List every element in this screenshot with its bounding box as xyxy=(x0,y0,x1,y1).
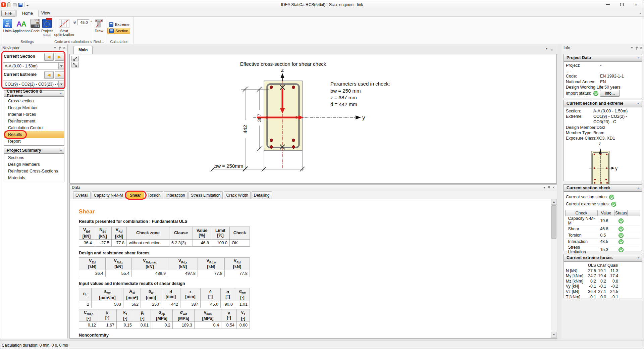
app-logo-icon: T xyxy=(1,2,6,7)
close-icon: × xyxy=(635,2,637,7)
extreme-button[interactable]: Extreme xyxy=(107,21,131,28)
section-check-header[interactable]: Current section check« xyxy=(564,184,642,192)
project-data-header[interactable]: Project Data« xyxy=(564,54,642,61)
nav-item-design-member[interactable]: Design Member xyxy=(4,104,64,111)
result-tab-interaction[interactable]: Interaction xyxy=(164,191,187,199)
forces-value: -19.1 xyxy=(596,268,606,274)
result-tab-shear[interactable]: Shear xyxy=(126,191,144,199)
extreme-calc-icon xyxy=(109,22,113,27)
paste-icon[interactable] xyxy=(7,3,11,7)
toolbar-separator xyxy=(24,2,24,7)
check-ok-icon xyxy=(619,227,624,232)
section-extreme-header[interactable]: Current section and extreme« xyxy=(564,100,642,107)
close-button[interactable]: × xyxy=(629,0,643,9)
project-data-icon xyxy=(42,19,52,28)
nav-group-section-extreme[interactable]: Current Section & Extreme« xyxy=(4,90,64,97)
forces-value: -0.1 xyxy=(606,295,618,300)
current-extreme-select[interactable]: CO1(9) - CO2(2) - CO3(23) - CO xyxy=(3,81,64,88)
pin-icon[interactable] xyxy=(635,46,638,50)
tab-home[interactable]: Home xyxy=(16,10,39,17)
nav-item-design-members[interactable]: Design Members xyxy=(4,161,64,168)
project-data-box: Project:--, -Code:EN 1992-1-1National An… xyxy=(564,61,642,98)
nav-item-sections[interactable]: Sections xyxy=(4,154,64,161)
code-button[interactable]: 1,159025.8 Code xyxy=(30,19,41,33)
nav-item-cross-section[interactable]: Cross-section xyxy=(4,98,64,104)
forces-col-uls: ULS xyxy=(585,263,596,268)
panel-menu-icon[interactable]: ▼ xyxy=(543,186,546,189)
maximize-button[interactable] xyxy=(615,0,629,9)
nav-item-reinforcement[interactable]: Reinforcement xyxy=(4,118,64,124)
theta-angle-input[interactable]: 45.0 xyxy=(77,19,89,25)
collapse-icon[interactable]: « xyxy=(60,92,61,95)
tab-main[interactable]: Main xyxy=(73,46,93,54)
scroll-down-icon[interactable]: ▼ xyxy=(551,332,557,338)
shear-input-table-1: ncasw[mm²/m]Asl[mm²]bw[mm]d[mm]z[mm]θ[°]… xyxy=(79,288,250,308)
collapse-icon[interactable]: « xyxy=(60,149,61,152)
nav-item-materials[interactable]: Materials xyxy=(4,174,64,181)
pin-icon[interactable] xyxy=(58,46,61,50)
extreme-status-label: Current extreme status: xyxy=(566,201,610,208)
minimize-button[interactable] xyxy=(601,0,615,9)
section-check-box: Current section status: Current extreme … xyxy=(564,192,642,251)
extreme-forces-box: ULSCharQuasiN [kN]-27.5-19.1-11.3My [kNm… xyxy=(564,261,642,298)
nav-item-results[interactable]: Results xyxy=(4,131,64,138)
info-value: XC3, XD1 xyxy=(596,136,615,141)
panel-menu-icon[interactable]: ▼ xyxy=(631,46,633,49)
vertical-scrollbar[interactable]: ▲ ▼ xyxy=(551,199,556,338)
draw-button[interactable]: Draw xyxy=(94,19,104,33)
project-data-button[interactable]: Project data xyxy=(40,19,54,37)
chevron-down-icon[interactable] xyxy=(58,63,64,69)
current-section-select[interactable]: A-A (0.00 - 1.50m) xyxy=(3,62,64,69)
strut-optimization-button[interactable]: Strut optimization xyxy=(55,19,73,37)
check-ok-icon xyxy=(619,218,624,223)
pin-icon[interactable] xyxy=(548,186,550,189)
nav-item-report[interactable]: Report xyxy=(4,138,64,145)
result-tab-overall[interactable]: Overall xyxy=(73,191,91,199)
zoom-fit-button[interactable] xyxy=(71,56,79,61)
close-panel-icon[interactable]: × xyxy=(552,185,555,190)
save-icon[interactable] xyxy=(18,3,22,7)
chevron-down-icon[interactable] xyxy=(58,81,64,87)
application-button[interactable]: AA Application xyxy=(13,19,30,33)
collapse-icon[interactable]: « xyxy=(637,256,639,259)
scroll-up-icon[interactable]: ▲ xyxy=(551,199,557,205)
forces-value: -27.5 xyxy=(585,268,596,274)
result-tab-torsion[interactable]: Torsion xyxy=(145,191,163,199)
close-panel-icon[interactable]: × xyxy=(640,46,642,50)
nav-item-internal-forces[interactable]: Internal Forces xyxy=(4,111,64,118)
result-tab-crack-width[interactable]: Crack Width xyxy=(224,191,250,199)
parameter-bw: bw = 250 mm xyxy=(330,88,361,94)
dim-bw: bw = 250mm xyxy=(214,163,243,169)
collapse-icon[interactable]: « xyxy=(637,187,639,190)
previous-extreme-button[interactable]: ◀ xyxy=(44,71,54,79)
info-label: Member Type: xyxy=(566,130,593,136)
collapse-icon[interactable]: « xyxy=(637,102,639,105)
import-info-button[interactable]: Info... xyxy=(600,90,620,97)
tab-view[interactable]: View xyxy=(36,10,55,17)
open-icon[interactable] xyxy=(13,3,17,6)
nav-group-project-summary[interactable]: Project Summary« xyxy=(4,147,64,153)
file-menu-button[interactable]: File xyxy=(1,10,15,16)
result-tab-detailing[interactable]: Detailing xyxy=(252,191,272,199)
panel-menu-icon[interactable]: ▼ xyxy=(545,47,548,52)
next-section-button[interactable]: ▶ xyxy=(55,53,64,61)
section-button[interactable]: Section xyxy=(107,28,130,34)
result-tab-capacity-n-m-m[interactable]: Capacity N-M-M xyxy=(92,191,125,199)
close-panel-icon[interactable]: × xyxy=(63,46,65,50)
previous-section-button[interactable]: ◀ xyxy=(44,53,54,61)
ribbon-collapse-icon[interactable]: ▴ xyxy=(639,11,641,15)
close-view-icon[interactable]: × xyxy=(551,47,553,52)
next-extreme-button[interactable]: ▶ xyxy=(55,71,64,79)
nav-item-calculation-control[interactable]: Calculation Control xyxy=(4,124,64,131)
shear-heading: Shear xyxy=(79,208,556,215)
scrollbar-thumb[interactable] xyxy=(551,205,556,239)
result-tab-stress-limitation[interactable]: Stress Limitation xyxy=(189,191,223,199)
toolbar-options-icon[interactable] xyxy=(26,5,29,6)
panel-menu-icon[interactable]: ▼ xyxy=(54,46,56,49)
extreme-forces-header[interactable]: Current extreme forces« xyxy=(564,254,642,261)
collapse-icon[interactable]: « xyxy=(637,56,639,59)
units-button[interactable]: m²kNMPa Units xyxy=(2,19,13,33)
nav-item-reinforced-cross-sections[interactable]: Reinforced Cross-Sections xyxy=(4,168,64,174)
application-icon: AA xyxy=(16,19,26,28)
zoom-extents-button[interactable] xyxy=(71,62,79,67)
